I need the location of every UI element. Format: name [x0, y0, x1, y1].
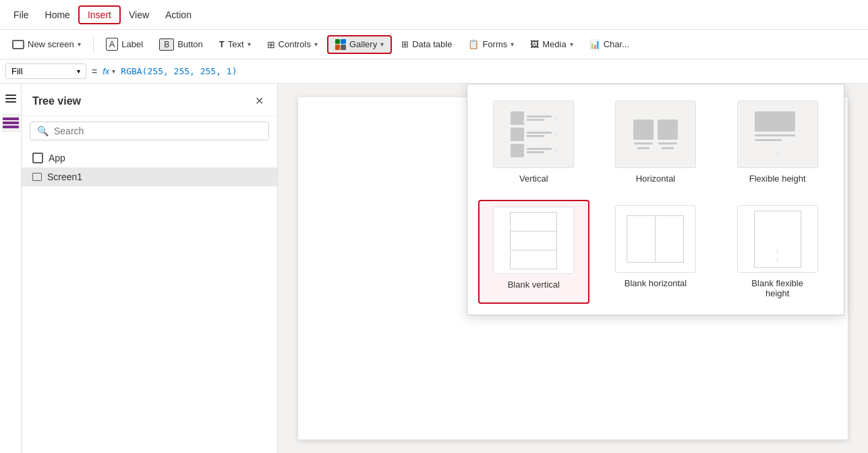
gallery-item-blank-horizontal-label: Blank horizontal — [625, 278, 687, 288]
menu-view[interactable]: View — [121, 7, 157, 23]
side-icons-panel — [0, 84, 22, 453]
formula-bar: Fill ▾ = fx ▾ RGBA(255, 255, 255, 1) — [0, 59, 868, 84]
gallery-thumb-blank-horizontal — [615, 205, 696, 273]
media-chevron: ▾ — [570, 41, 573, 48]
thumb-flex-line-1 — [755, 134, 795, 136]
chart-button[interactable]: 📊 Char... — [583, 36, 636, 52]
tree-item-app[interactable]: App — [22, 149, 277, 167]
thumb-line-4 — [527, 135, 544, 137]
gallery-icon-cell-2 — [341, 39, 346, 45]
thumb-img-h1 — [633, 119, 654, 140]
menu-file[interactable]: File — [5, 7, 37, 23]
screen-icon — [32, 173, 42, 181]
thumb-line-h1 — [634, 142, 653, 144]
thumb-row-1: › — [511, 111, 556, 125]
search-input[interactable] — [54, 126, 262, 136]
thumb-arrow-2: › — [554, 131, 556, 138]
layers-icon[interactable] — [1, 113, 20, 132]
forms-chevron: ▾ — [511, 41, 514, 48]
gallery-item-horizontal[interactable]: Horizontal — [600, 95, 712, 189]
thumb-img-3 — [511, 144, 524, 157]
gallery-thumb-blank-vertical — [493, 207, 574, 274]
thumb-img-1 — [511, 111, 524, 125]
tree-item-screen1-label: Screen1 — [47, 171, 82, 182]
fx-chevron: ▾ — [112, 68, 115, 75]
thumb-line-2 — [527, 119, 544, 121]
thumb-flex-arrows: ↑ ↓ — [776, 247, 780, 263]
main-layout: Tree view ✕ 🔍 App Screen1 — [0, 84, 868, 453]
text-button[interactable]: T Text ▾ — [212, 36, 258, 52]
thumb-blank-horizontal-content — [627, 215, 684, 263]
label-icon: A — [106, 38, 119, 51]
thumb-row-3: › — [511, 144, 556, 157]
gallery-thumb-flexible: ↓ — [737, 101, 818, 168]
thumb-blank-row-1 — [511, 213, 556, 232]
gallery-item-blank-flexible[interactable]: ↑ ↓ Blank flexibleheight — [722, 200, 833, 304]
gallery-thumb-horizontal — [615, 101, 696, 168]
search-box: 🔍 — [30, 122, 269, 140]
text-icon: T — [219, 39, 225, 49]
new-screen-button[interactable]: New screen ▾ — [5, 36, 88, 52]
gallery-item-flexible-height[interactable]: ↓ Flexible height — [722, 95, 833, 189]
thumb-horizontal-content — [625, 107, 686, 161]
thumb-lines-1 — [527, 115, 552, 121]
thumb-flex-arrow: ↓ — [755, 148, 801, 157]
toolbar: New screen ▾ A Label B Button T Text ▾ ⊞… — [0, 30, 868, 59]
thumb-col-1 — [633, 119, 654, 149]
thumb-line-h3 — [658, 142, 677, 144]
gallery-item-vertical-label: Vertical — [519, 174, 548, 184]
formula-fx-btn[interactable]: fx ▾ — [103, 66, 115, 76]
tree-item-screen1[interactable]: Screen1 — [22, 167, 277, 186]
gallery-item-blank-vertical[interactable]: Blank vertical — [478, 200, 589, 304]
tree-header: Tree view ✕ — [22, 84, 277, 116]
controls-button[interactable]: ⊞ Controls ▾ — [260, 36, 324, 53]
thumb-blank-flex-content: ↑ ↓ — [754, 211, 801, 268]
gallery-grid: › › — [478, 95, 833, 304]
label-button[interactable]: A Label — [99, 35, 150, 53]
thumb-flex-line-2 — [755, 139, 782, 141]
hamburger-icon[interactable] — [1, 89, 20, 108]
toolbar-separator-1 — [93, 36, 94, 53]
svg-rect-1 — [5, 95, 16, 96]
thumb-lines-2 — [527, 132, 552, 137]
thumb-line-h4 — [662, 147, 674, 149]
app-icon — [32, 153, 43, 163]
forms-button[interactable]: 📋 Forms ▾ — [461, 36, 521, 52]
gallery-item-blank-horizontal[interactable]: Blank horizontal — [600, 200, 712, 304]
gallery-item-vertical[interactable]: › › — [478, 95, 589, 189]
gallery-button[interactable]: Gallery ▾ — [327, 35, 392, 54]
chart-icon: 📊 — [589, 39, 600, 49]
button-button[interactable]: B Button — [152, 36, 210, 53]
thumb-blank-vertical-content — [510, 212, 557, 269]
thumb-line-h2 — [637, 147, 649, 149]
tree-title: Tree view — [32, 95, 81, 107]
svg-rect-3 — [5, 101, 16, 103]
tree-item-app-label: App — [49, 153, 65, 163]
gallery-grid-icon — [335, 39, 346, 50]
menu-insert[interactable]: Insert — [78, 5, 121, 24]
forms-icon: 📋 — [468, 39, 479, 49]
gallery-icon — [335, 39, 346, 50]
gallery-item-horizontal-label: Horizontal — [636, 174, 676, 184]
data-table-button[interactable]: ⊞ Data table — [395, 36, 459, 52]
fx-label: fx — [103, 66, 109, 76]
media-button[interactable]: 🖼 Media ▾ — [523, 36, 579, 52]
layer-bar-3 — [3, 126, 19, 128]
tree-close-button[interactable]: ✕ — [252, 92, 266, 110]
gallery-icon-cell-1 — [335, 39, 341, 45]
thumb-line-1 — [527, 115, 552, 117]
layer-bar-2 — [3, 122, 19, 124]
thumb-img-2 — [511, 128, 524, 141]
thumb-img-h2 — [658, 119, 678, 140]
gallery-item-blank-vertical-label: Blank vertical — [508, 279, 560, 290]
button-icon: B — [159, 38, 174, 51]
canvas-area: › › — [278, 84, 868, 453]
gallery-item-blank-flexible-label: Blank flexibleheight — [751, 278, 803, 298]
menu-bar: File Home Insert View Action — [0, 0, 868, 30]
property-dropdown[interactable]: Fill ▾ — [5, 63, 86, 79]
menu-home[interactable]: Home — [37, 7, 78, 23]
gallery-chevron: ▾ — [380, 41, 384, 48]
svg-rect-2 — [5, 98, 16, 99]
gallery-dropdown: › › — [467, 84, 844, 315]
menu-action[interactable]: Action — [157, 7, 200, 23]
